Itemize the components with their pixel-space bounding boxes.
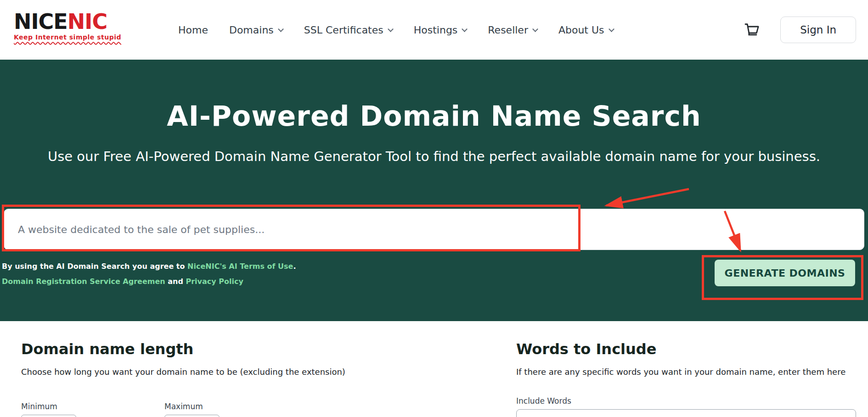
- chevron-down-icon: [532, 26, 538, 32]
- nav-label: Home: [178, 24, 208, 36]
- logo-text: NICENIC: [14, 11, 121, 32]
- cart-icon: [742, 20, 761, 39]
- nav-label: Reseller: [488, 24, 528, 36]
- logo-text-nice: NICE: [14, 9, 68, 34]
- terms-line-1: By using the AI Domain Search you agree …: [2, 259, 296, 274]
- terms-line-2: Domain Registration Service Agreemen and…: [2, 274, 296, 289]
- nav-label: SSL Certificates: [304, 24, 383, 36]
- ai-terms-of-use-link[interactable]: NiceNIC's AI Terms of Use: [187, 262, 293, 271]
- nav-label: About Us: [558, 24, 604, 36]
- terms-suffix: .: [293, 262, 296, 271]
- include-words-label: Include Words: [516, 396, 571, 406]
- minimum-label: Minimum: [21, 402, 57, 411]
- and-text: and: [165, 277, 186, 286]
- chevron-down-icon: [462, 26, 468, 32]
- nav-item-ssl-certificates[interactable]: SSL Certificates: [304, 24, 393, 36]
- words-to-include-description: If there are any specific words you want…: [516, 367, 845, 377]
- include-words-input[interactable]: [516, 409, 856, 417]
- hero-subtitle: Use our Free AI-Powered Domain Name Gene…: [0, 149, 868, 164]
- main-nav: Home Domains SSL Certificates Hostings R…: [178, 0, 614, 60]
- chevron-down-icon: [388, 26, 394, 32]
- logo-tagline: Keep Internet simple stupid: [14, 33, 121, 41]
- sign-in-button[interactable]: Sign In: [780, 17, 856, 43]
- chevron-down-icon: [609, 26, 614, 32]
- terms-prefix: By using the AI Domain Search you agree …: [2, 262, 187, 271]
- nav-item-reseller[interactable]: Reseller: [488, 24, 537, 36]
- hero-section: AI-Powered Domain Name Search Use our Fr…: [0, 60, 868, 321]
- maximum-label: Maximum: [164, 402, 203, 411]
- privacy-policy-link[interactable]: Privacy Policy: [186, 277, 243, 286]
- maximum-length-input[interactable]: [164, 415, 220, 417]
- generate-domains-button[interactable]: GENERATE DOMAINS: [715, 260, 855, 286]
- registration-agreement-link[interactable]: Domain Registration Service Agreemen: [2, 277, 165, 286]
- domain-length-title: Domain name length: [21, 340, 193, 358]
- words-to-include-title: Words to Include: [516, 340, 656, 358]
- cart-button[interactable]: [742, 20, 761, 39]
- nav-label: Hostings: [414, 24, 458, 36]
- terms-text: By using the AI Domain Search you agree …: [2, 259, 296, 289]
- hero-title: AI-Powered Domain Name Search: [0, 100, 868, 132]
- header: NICENIC Keep Internet simple stupid Home…: [0, 0, 868, 60]
- nav-item-home[interactable]: Home: [178, 24, 208, 36]
- nav-item-domains[interactable]: Domains: [229, 24, 283, 36]
- logo-text-nic: NIC: [68, 9, 107, 34]
- nav-item-hostings[interactable]: Hostings: [414, 24, 467, 36]
- minimum-length-input[interactable]: [21, 415, 76, 417]
- annotation-arrow-search: [606, 189, 689, 206]
- domain-length-description: Choose how long you want your domain nam…: [21, 367, 345, 377]
- chevron-down-icon: [278, 26, 284, 32]
- logo[interactable]: NICENIC Keep Internet simple stupid: [14, 11, 121, 41]
- nav-item-about-us[interactable]: About Us: [558, 24, 614, 36]
- domain-search-input[interactable]: [4, 209, 864, 250]
- options-section: Domain name length Choose how long you w…: [0, 321, 868, 417]
- nav-label: Domains: [229, 24, 274, 36]
